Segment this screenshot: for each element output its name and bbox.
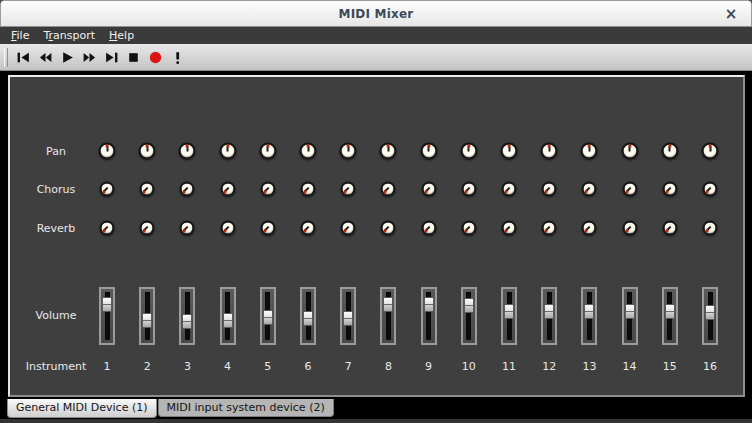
volume-slider-ch14[interactable] (622, 287, 638, 345)
volume-slider-ch3[interactable] (179, 287, 195, 345)
menu-help[interactable]: Help (102, 28, 141, 43)
volume-slider-ch4[interactable] (220, 287, 236, 345)
slider-handle[interactable] (223, 313, 233, 328)
reverb-knob-ch13[interactable] (582, 221, 597, 236)
pan-knob-ch14[interactable] (621, 143, 638, 160)
slider-handle[interactable] (464, 298, 474, 313)
title-bar[interactable]: MIDI Mixer × (0, 0, 752, 27)
chorus-knob-ch11[interactable] (502, 182, 517, 197)
chorus-knob-ch5[interactable] (260, 182, 275, 197)
toolbar-handle[interactable] (4, 48, 8, 67)
volume-slider-ch16[interactable] (702, 287, 718, 345)
slider-handle[interactable] (665, 304, 675, 319)
pan-knob-ch15[interactable] (661, 143, 678, 160)
pan-knob-ch12[interactable] (541, 143, 558, 160)
slider-handle[interactable] (625, 304, 635, 319)
chorus-knob-ch2[interactable] (140, 182, 155, 197)
chorus-knob-ch15[interactable] (662, 182, 677, 197)
chorus-knob-ch6[interactable] (301, 182, 316, 197)
reverb-knob-ch4[interactable] (220, 221, 235, 236)
stop-button[interactable] (122, 46, 144, 69)
tab-midi-input-system-device-2[interactable]: MIDI input system device (2) (158, 399, 334, 417)
reverb-knob-ch8[interactable] (381, 221, 396, 236)
channel-strip-6: 6 (288, 77, 328, 395)
pan-knob-ch4[interactable] (219, 143, 236, 160)
pan-knob-ch16[interactable] (702, 143, 719, 160)
tab-general-midi-device-1[interactable]: General MIDI Device (1) (7, 399, 157, 418)
volume-slider-ch7[interactable] (340, 287, 356, 345)
chorus-knob-ch12[interactable] (542, 182, 557, 197)
volume-slider-ch8[interactable] (380, 287, 396, 345)
volume-slider-ch6[interactable] (300, 287, 316, 345)
volume-slider-ch15[interactable] (662, 287, 678, 345)
panic-button[interactable] (166, 46, 188, 69)
reverb-knob-ch10[interactable] (461, 221, 476, 236)
slider-handle[interactable] (544, 304, 554, 319)
pan-knob-ch3[interactable] (179, 143, 196, 160)
reverb-knob-ch3[interactable] (180, 221, 195, 236)
pan-knob-ch7[interactable] (340, 143, 357, 160)
chorus-knob-ch8[interactable] (381, 182, 396, 197)
menu-file[interactable]: File (4, 28, 36, 43)
reverb-knob-ch9[interactable] (421, 221, 436, 236)
slider-handle[interactable] (504, 304, 514, 319)
chorus-knob-ch16[interactable] (703, 182, 718, 197)
volume-slider-ch13[interactable] (581, 287, 597, 345)
reverb-knob-ch5[interactable] (260, 221, 275, 236)
knob-needle (302, 145, 315, 158)
slider-handle[interactable] (182, 314, 192, 329)
pan-knob-ch2[interactable] (139, 143, 156, 160)
record-button[interactable] (144, 46, 166, 69)
slider-handle[interactable] (263, 310, 273, 325)
reverb-knob-ch7[interactable] (341, 221, 356, 236)
slider-handle[interactable] (343, 311, 353, 326)
chorus-knob-ch7[interactable] (341, 182, 356, 197)
reverb-knob-ch1[interactable] (100, 221, 115, 236)
menu-transport[interactable]: Transport (36, 28, 102, 43)
pan-knob-ch1[interactable] (99, 143, 116, 160)
pan-knob-ch10[interactable] (460, 143, 477, 160)
volume-slider-ch11[interactable] (501, 287, 517, 345)
knob-needle (422, 145, 435, 158)
slider-handle[interactable] (424, 297, 434, 312)
pan-knob-ch6[interactable] (300, 143, 317, 160)
slider-handle[interactable] (584, 304, 594, 319)
close-icon[interactable]: × (721, 5, 741, 23)
reverb-knob-ch11[interactable] (502, 221, 517, 236)
pan-knob-ch11[interactable] (501, 143, 518, 160)
fast-forward-icon (82, 50, 97, 65)
fast-forward-button[interactable] (78, 46, 100, 69)
reverb-knob-ch12[interactable] (542, 221, 557, 236)
pan-knob-ch5[interactable] (259, 143, 276, 160)
chorus-knob-ch4[interactable] (220, 182, 235, 197)
chorus-knob-ch3[interactable] (180, 182, 195, 197)
pan-knob-ch8[interactable] (380, 143, 397, 160)
volume-slider-ch12[interactable] (541, 287, 557, 345)
skip-to-start-button[interactable] (12, 46, 34, 69)
reverb-knob-ch16[interactable] (703, 221, 718, 236)
chorus-knob-ch1[interactable] (100, 182, 115, 197)
skip-to-end-button[interactable] (100, 46, 122, 69)
slider-handle[interactable] (102, 297, 112, 312)
slider-handle[interactable] (142, 313, 152, 328)
rewind-button[interactable] (34, 46, 56, 69)
volume-slider-ch5[interactable] (260, 287, 276, 345)
play-button[interactable] (56, 46, 78, 69)
pan-knob-ch9[interactable] (420, 143, 437, 160)
chorus-knob-ch9[interactable] (421, 182, 436, 197)
slider-handle[interactable] (383, 297, 393, 312)
volume-slider-ch10[interactable] (461, 287, 477, 345)
reverb-knob-ch6[interactable] (301, 221, 316, 236)
volume-slider-ch2[interactable] (139, 287, 155, 345)
slider-handle[interactable] (303, 311, 313, 326)
chorus-knob-ch10[interactable] (461, 182, 476, 197)
chorus-knob-ch14[interactable] (622, 182, 637, 197)
pan-knob-ch13[interactable] (581, 143, 598, 160)
reverb-knob-ch2[interactable] (140, 221, 155, 236)
chorus-knob-ch13[interactable] (582, 182, 597, 197)
slider-handle[interactable] (705, 305, 715, 320)
volume-slider-ch1[interactable] (99, 287, 115, 345)
reverb-knob-ch15[interactable] (662, 221, 677, 236)
volume-slider-ch9[interactable] (421, 287, 437, 345)
reverb-knob-ch14[interactable] (622, 221, 637, 236)
